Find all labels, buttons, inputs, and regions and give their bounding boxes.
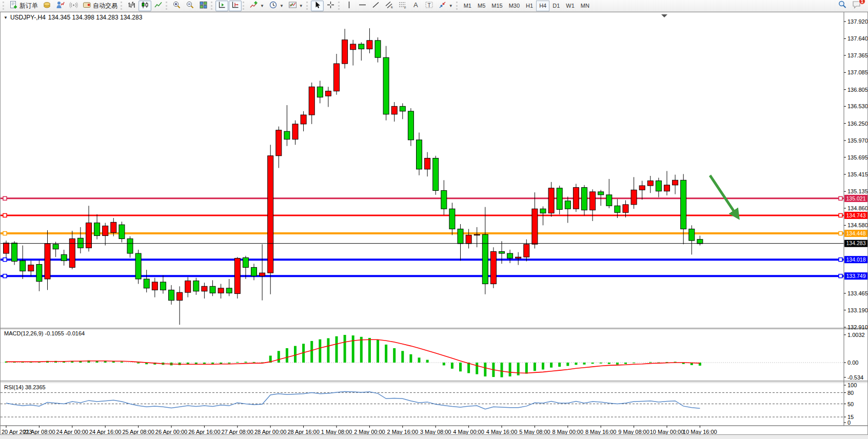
rsi-tick-label: 80 — [847, 390, 854, 396]
tf-m15-button[interactable]: M15 — [488, 1, 505, 11]
price-tick-label: 137.365 — [847, 52, 867, 58]
text-button[interactable]: A — [409, 1, 422, 11]
price-badge: 134.018 — [844, 256, 867, 263]
candle — [548, 182, 554, 217]
candle — [276, 127, 282, 168]
candle — [210, 280, 215, 296]
candle — [656, 178, 661, 197]
macd-tick-label: -0.534 — [847, 374, 863, 381]
tf-m1-button[interactable]: M1 — [461, 1, 475, 11]
arrows-button[interactable]: ▼ — [436, 1, 455, 11]
candle — [524, 240, 529, 262]
candle — [631, 177, 637, 209]
vertical-line-icon — [345, 1, 353, 11]
timeframe-toolbar: M1M5M15M30H1H4D1W1MN — [461, 1, 593, 11]
svg-text:E: E — [391, 6, 393, 9]
candle — [4, 241, 9, 257]
chevron-down-icon: ▼ — [260, 4, 264, 8]
zoom-out-button[interactable] — [184, 1, 196, 11]
template-icon — [288, 1, 297, 11]
crosshair-icon — [326, 1, 335, 11]
candlestick-chart-icon — [141, 1, 149, 11]
tf-h1-button[interactable]: H1 — [523, 1, 536, 11]
hline-134018[interactable] — [1, 258, 844, 262]
crosshair-button[interactable] — [324, 1, 337, 11]
text-label-button[interactable]: T — [423, 1, 436, 11]
tf-m5-button[interactable]: M5 — [475, 1, 488, 11]
rsi-indicator-label: RSI(14) 38.2365 — [4, 384, 46, 390]
periods-button[interactable]: ▼ — [267, 1, 286, 11]
candle — [94, 214, 100, 240]
candle — [350, 40, 356, 66]
autotrading-button[interactable]: 自动交易 — [81, 1, 120, 11]
candle — [375, 37, 381, 63]
clock-icon — [269, 1, 278, 11]
gold-coins-icon — [43, 1, 51, 11]
hline-133749[interactable] — [1, 274, 844, 278]
candle — [226, 279, 232, 296]
signals-button[interactable] — [67, 1, 80, 11]
price-tick-label: 134.860 — [847, 205, 867, 211]
candle — [590, 189, 596, 221]
time-label: 1 May 08:00 — [321, 429, 352, 434]
price-tick-label: 135.695 — [847, 154, 867, 161]
profile-chart-icon — [56, 1, 65, 11]
candle — [193, 278, 199, 295]
candle — [119, 222, 125, 242]
tf-d1-button[interactable]: D1 — [549, 1, 563, 11]
chart-canvas[interactable]: 137.920137.640137.365137.085136.805136.5… — [1, 12, 867, 434]
tf-m30-button[interactable]: M30 — [506, 1, 523, 11]
collapse-triangle-icon[interactable]: ▼ — [4, 15, 8, 20]
cursor-button[interactable] — [311, 1, 324, 11]
time-label: 2 May 16:00 — [387, 429, 419, 434]
candle — [160, 275, 166, 294]
tile-windows-icon — [199, 1, 208, 11]
zoom-in-icon — [172, 1, 181, 11]
bar-chart-button[interactable] — [125, 1, 138, 11]
search-icon[interactable] — [838, 0, 847, 11]
candle — [507, 250, 513, 263]
candle — [664, 171, 670, 195]
templates-button[interactable]: ▼ — [286, 1, 305, 11]
new-order-label: 新订单 — [19, 2, 38, 10]
trendline-icon — [371, 1, 380, 11]
toolbar-grip — [456, 2, 459, 10]
indicators-button[interactable]: ▼ — [247, 1, 266, 11]
candle — [639, 181, 645, 199]
chevron-down-icon: ▼ — [280, 4, 284, 8]
chat-button[interactable]: 1 — [852, 0, 862, 11]
horizontal-line-button[interactable] — [356, 1, 369, 11]
candle — [36, 260, 42, 291]
svg-text:134.283: 134.283 — [846, 240, 866, 246]
autoscroll-button[interactable] — [215, 1, 228, 11]
new-order-button[interactable]: 新订单 — [7, 1, 40, 11]
zoom-in-button[interactable] — [170, 1, 183, 11]
profile-button[interactable] — [54, 1, 67, 11]
trend-arrow-annotation[interactable] — [710, 175, 738, 217]
hline-134743[interactable] — [1, 213, 844, 217]
time-label: 28 Apr 16:00 — [287, 429, 319, 434]
line-chart-button[interactable] — [152, 1, 165, 11]
price-tick-label: 136.805 — [847, 87, 867, 93]
trendline-button[interactable] — [369, 1, 382, 11]
styles-button[interactable] — [41, 1, 53, 11]
tf-mn-button[interactable]: MN — [578, 1, 593, 11]
hline-135021[interactable] — [1, 196, 844, 200]
horizontal-line-icon — [358, 1, 367, 11]
equidistant-channel-button[interactable]: E — [383, 1, 396, 11]
time-label: 21 Apr 08:00 — [23, 429, 55, 434]
candle — [516, 252, 521, 265]
time-label: 4 May 00:00 — [453, 429, 484, 434]
candlestick-chart-button[interactable] — [139, 1, 151, 11]
tf-h4-button[interactable]: H4 — [536, 1, 549, 11]
price-tick-label: 137.085 — [847, 69, 867, 75]
hline-134448[interactable] — [1, 232, 844, 235]
fibonacci-button[interactable]: F — [396, 1, 409, 11]
price-tick-label: 136.530 — [847, 103, 867, 109]
chart-shift-marker[interactable] — [661, 14, 667, 17]
tile-windows-button[interactable] — [197, 1, 210, 11]
vertical-line-button[interactable] — [343, 1, 356, 11]
tf-w1-button[interactable]: W1 — [563, 1, 578, 11]
candle — [449, 203, 455, 235]
chart-shift-button[interactable] — [229, 1, 242, 11]
